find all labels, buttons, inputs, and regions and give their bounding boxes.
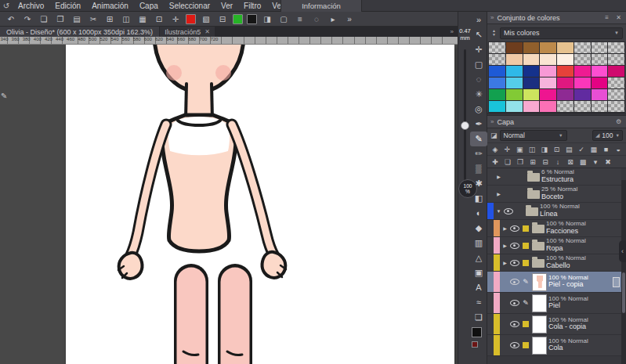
slider-knob[interactable]	[461, 121, 469, 130]
fill-tool[interactable]: ◆	[470, 221, 487, 236]
palette-swatch[interactable]	[523, 89, 540, 100]
layer-op-icon[interactable]: ✛	[502, 146, 513, 153]
palette-swatch[interactable]	[506, 89, 523, 100]
contrast-icon[interactable]: ◨	[261, 13, 273, 25]
palette-nav-arrows[interactable]: ▲ ▼	[490, 29, 498, 38]
palette-swatch[interactable]	[489, 66, 505, 77]
redo-icon[interactable]: ↷	[21, 13, 34, 25]
palette-swatch[interactable]	[506, 66, 523, 77]
palette-swatch[interactable]	[489, 42, 505, 53]
green-color-chip[interactable]	[233, 14, 243, 24]
palette-swatch[interactable]	[592, 101, 608, 112]
selection-launcher-icon[interactable]: ❏	[470, 310, 487, 325]
layer-op-icon[interactable]: ▦	[588, 146, 599, 153]
overflow-icon[interactable]: »	[343, 13, 356, 25]
layer-op-icon[interactable]: ▾	[590, 158, 601, 166]
layer-row[interactable]: ▶ 100 % Normal Ropa	[487, 237, 621, 254]
palette-swatch[interactable]	[557, 66, 574, 77]
mesh-icon[interactable]: ▦	[136, 13, 149, 25]
palette-swatch[interactable]	[489, 101, 505, 112]
frame-icon[interactable]: ▢	[277, 13, 290, 25]
move-canvas-icon[interactable]: ✛	[169, 13, 182, 25]
palette-swatch[interactable]	[489, 77, 505, 88]
layer-row[interactable]: ▶ 100 % Normal Facciones	[487, 220, 621, 237]
palette-swatch[interactable]	[506, 42, 523, 53]
palette-swatch[interactable]	[523, 77, 540, 88]
layer-thumbnail[interactable]	[532, 315, 547, 333]
panel-chevrons-icon[interactable]: »	[490, 118, 494, 125]
tools-collapse-icon[interactable]: »	[470, 13, 487, 27]
document-tab-active[interactable]: Olivia - Diseño* (600 x 1000px 350dpi 16…	[0, 27, 159, 37]
layer-op-icon[interactable]: ❏	[502, 158, 513, 166]
snap-icon[interactable]: ⊡	[153, 13, 165, 25]
layer-row[interactable]: 100 % Normal Cola	[487, 335, 621, 356]
palette-swatch[interactable]	[523, 101, 540, 112]
expand-icon[interactable]: ▶	[501, 243, 508, 248]
layer-row[interactable]: 100 % Normal Cola - copia	[487, 314, 621, 335]
expand-icon[interactable]: ▶	[495, 174, 502, 179]
dock-collapse-handle[interactable]: ‹	[619, 240, 626, 262]
pattern-icon[interactable]: ▧	[200, 13, 212, 25]
layer-op-icon[interactable]: ⊟	[540, 158, 551, 166]
brush-tool[interactable]: ✏	[470, 146, 487, 161]
collapsed-panel-pencil-icon[interactable]: ✎	[1, 92, 7, 100]
palette-swatch[interactable]	[540, 77, 556, 88]
drawing-page[interactable]	[66, 45, 454, 364]
palette-swatch[interactable]	[506, 77, 523, 88]
layer-op-icon[interactable]: ▣	[514, 146, 525, 153]
color-set-dropdown[interactable]: Mis colores ▼	[500, 27, 623, 39]
eyedropper-tool[interactable]: ◎	[470, 102, 487, 117]
palette-swatch[interactable]	[592, 77, 608, 88]
palette-swatch[interactable]	[523, 66, 540, 77]
undo-icon[interactable]: ↶	[5, 13, 17, 25]
scrollbar-handle[interactable]	[622, 272, 625, 313]
visibility-eye-icon[interactable]	[510, 225, 519, 232]
layer-op-icon[interactable]: ✚	[490, 158, 501, 166]
sub-color-swatch[interactable]	[472, 341, 478, 348]
layer-op-icon[interactable]: ◫	[526, 146, 537, 153]
menu-item[interactable]: Animación	[86, 0, 134, 12]
palette-swatch[interactable]	[540, 89, 556, 100]
panel-scrollbar[interactable]	[621, 180, 626, 364]
play-icon[interactable]: ▸	[327, 13, 339, 25]
layer-op-icon[interactable]: ◈	[490, 146, 501, 153]
menu-item[interactable]: Ver	[215, 0, 238, 12]
tab-overflow-icon[interactable]: »	[447, 27, 458, 37]
canvas-area[interactable]: ✎	[0, 45, 458, 364]
blend-tool[interactable]: ◐	[470, 206, 487, 221]
layer-row-selected[interactable]: ✎ 100 % Normal Piel - copia	[487, 272, 621, 293]
palette-swatch[interactable]	[574, 89, 591, 100]
collapse-icon[interactable]: ⊟	[216, 13, 229, 25]
pencil-tool[interactable]: ✎	[470, 132, 487, 146]
palette-swatch[interactable]	[540, 42, 556, 53]
menu-item[interactable]: Edición	[49, 0, 86, 12]
list-icon[interactable]: ≡	[294, 13, 306, 25]
palette-swatch[interactable]	[592, 42, 608, 53]
palette-swatch[interactable]	[506, 101, 523, 112]
palette-swatch[interactable]	[557, 89, 574, 100]
app-icon[interactable]: ↺	[0, 2, 13, 10]
marquee-tool[interactable]: ▢	[470, 57, 487, 72]
airbrush-tool[interactable]: ▒	[470, 161, 487, 176]
red-color-chip[interactable]	[186, 14, 196, 24]
palette-swatch[interactable]	[557, 54, 574, 65]
pen-tool[interactable]: ✒	[470, 117, 487, 132]
cut-icon[interactable]: ✂	[87, 13, 100, 25]
palette-swatch[interactable]	[592, 89, 608, 100]
palette-swatch[interactable]	[608, 77, 624, 88]
frame-border-tool[interactable]: ▣	[470, 265, 487, 280]
palette-swatch[interactable]	[523, 54, 540, 65]
palette-swatch[interactable]	[506, 54, 523, 65]
caret-down-icon[interactable]: ▼	[492, 33, 496, 38]
palette-swatch[interactable]	[557, 101, 574, 112]
layer-row[interactable]: ▶ 6 % Normal Estructura	[487, 168, 621, 186]
layer-opacity-control[interactable]: ◢ 100 ▼	[592, 130, 623, 141]
palette-swatch[interactable]	[574, 77, 591, 88]
visibility-eye-icon[interactable]	[510, 300, 519, 306]
palette-swatch[interactable]	[557, 77, 574, 88]
visibility-eye-icon[interactable]	[510, 342, 519, 348]
palette-swatch[interactable]	[523, 42, 540, 53]
visibility-eye-icon[interactable]	[504, 208, 513, 214]
brush-size-slider[interactable]	[464, 49, 466, 196]
eraser-tool[interactable]: ◧	[470, 191, 487, 206]
